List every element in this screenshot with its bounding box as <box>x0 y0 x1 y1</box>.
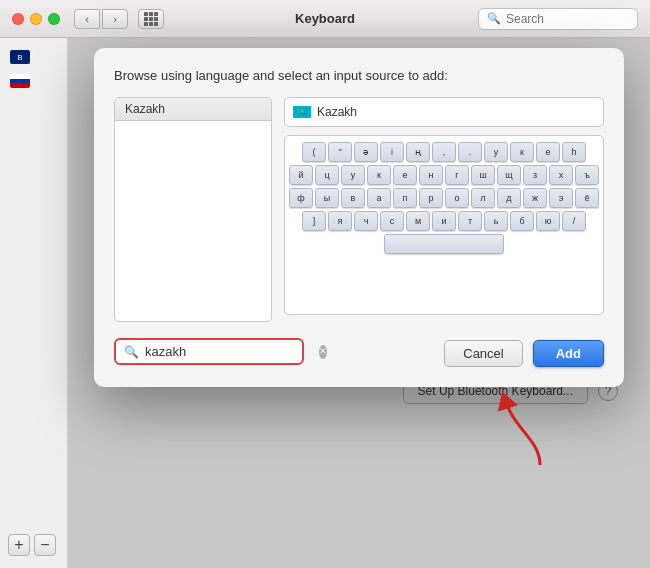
key-ch: ч <box>354 211 378 231</box>
key-period: . <box>458 142 482 162</box>
key-yo: ё <box>575 188 599 208</box>
modal-overlay: Browse using language and select an inpu… <box>68 38 650 568</box>
key-yu: ю <box>536 211 560 231</box>
key-j: й <box>289 165 313 185</box>
key-space <box>384 234 504 254</box>
key-kh: х <box>549 165 573 185</box>
key-shch: щ <box>497 165 521 185</box>
back-button[interactable]: ‹ <box>74 9 100 29</box>
key-z: з <box>523 165 547 185</box>
source-name-label: Kazakh <box>317 105 357 119</box>
key-soft: ь <box>484 211 508 231</box>
panel-area: Show input menu in menu bar Use the Caps… <box>68 38 650 568</box>
clear-search-button[interactable]: ✕ <box>319 345 327 359</box>
keyboard-row-4: ] я ч с м и т ь б ю <box>289 211 599 231</box>
key-a: а <box>367 188 391 208</box>
nav-buttons: ‹ › <box>74 9 128 29</box>
main-content: + − Show input menu in menu bar Use the … <box>0 38 650 568</box>
minimize-button[interactable] <box>30 13 42 25</box>
key-f-kaz: , <box>432 142 456 162</box>
key-b: б <box>510 211 534 231</box>
key-lparen: ( <box>302 142 326 162</box>
key-p: п <box>393 188 417 208</box>
action-buttons: Cancel Add <box>444 340 604 367</box>
keyboard-row-2: й ц у к е н г ш щ з <box>289 165 599 185</box>
grid-view-button[interactable] <box>138 9 164 29</box>
remove-input-button[interactable]: − <box>34 534 56 556</box>
key-k-kaz: к <box>510 142 534 162</box>
key-ya: я <box>328 211 352 231</box>
key-e2: э <box>549 188 573 208</box>
key-e-kaz: е <box>536 142 560 162</box>
key-ts: ц <box>315 165 339 185</box>
arrow-icon <box>495 390 555 470</box>
sidebar: + − <box>0 38 68 568</box>
key-i: и <box>432 211 456 231</box>
search-icon: 🔍 <box>487 12 501 25</box>
close-button[interactable] <box>12 13 24 25</box>
add-input-source-modal: Browse using language and select an inpu… <box>94 48 624 387</box>
arrow-annotation <box>495 390 555 473</box>
window-title: Keyboard <box>295 11 355 26</box>
traffic-lights <box>12 13 60 25</box>
key-s: с <box>380 211 404 231</box>
key-h: h <box>562 142 586 162</box>
sidebar-item-british[interactable] <box>4 46 63 68</box>
sidebar-bottom: + − <box>4 530 63 560</box>
kazakhstan-flag: 🇰🇿 <box>293 106 311 118</box>
key-d: д <box>497 188 521 208</box>
keyboard-layout: ( " ə і ң , . у к е <box>285 136 603 260</box>
key-schwa: ə <box>354 142 378 162</box>
key-k: к <box>367 165 391 185</box>
language-list-header: Kazakh <box>115 98 271 121</box>
key-u-kaz: у <box>484 142 508 162</box>
sidebar-item-russian[interactable] <box>4 70 63 92</box>
search-bar[interactable]: 🔍 <box>478 8 638 30</box>
titlebar: ‹ › Keyboard 🔍 <box>0 0 650 38</box>
language-list-body[interactable] <box>115 121 271 321</box>
keyboard-row-1: ( " ə і ң , . у к е <box>289 142 599 162</box>
key-l: л <box>471 188 495 208</box>
modal-bottom: 🔍 ✕ Cancel Add <box>114 336 604 367</box>
key-rbracket: ] <box>302 211 326 231</box>
key-sh: ш <box>471 165 495 185</box>
key-o: о <box>445 188 469 208</box>
language-list[interactable]: Kazakh <box>114 97 272 322</box>
search-input[interactable] <box>506 12 629 26</box>
key-u: у <box>341 165 365 185</box>
forward-button[interactable]: › <box>102 9 128 29</box>
key-zh: ж <box>523 188 547 208</box>
language-search-input[interactable] <box>145 344 313 359</box>
key-ng: ң <box>406 142 430 162</box>
key-hard: ъ <box>575 165 599 185</box>
search-icon-modal: 🔍 <box>124 345 139 359</box>
key-f3: ф <box>289 188 313 208</box>
key-e: е <box>393 165 417 185</box>
key-y: ы <box>315 188 339 208</box>
flag-russia <box>10 74 30 88</box>
key-quote: " <box>328 142 352 162</box>
keyboard-row-3: ф ы в а п р о л д ж <box>289 188 599 208</box>
key-m: м <box>406 211 430 231</box>
key-r: р <box>419 188 443 208</box>
cancel-button[interactable]: Cancel <box>444 340 522 367</box>
modal-instruction: Browse using language and select an inpu… <box>114 68 604 83</box>
keyboard-preview: ( " ə і ң , . у к е <box>284 135 604 315</box>
search-box[interactable]: 🔍 ✕ <box>114 338 304 365</box>
source-header: 🇰🇿 Kazakh <box>284 97 604 127</box>
grid-icon <box>144 12 158 26</box>
key-g: г <box>445 165 469 185</box>
keyboard-row-space <box>289 234 599 254</box>
key-n: н <box>419 165 443 185</box>
modal-columns: Kazakh 🇰🇿 Kazakh <box>114 97 604 322</box>
source-container: 🇰🇿 Kazakh ( " ə і ң <box>284 97 604 322</box>
key-slash: / <box>562 211 586 231</box>
key-i-kaz: і <box>380 142 404 162</box>
key-v: в <box>341 188 365 208</box>
fullscreen-button[interactable] <box>48 13 60 25</box>
add-button[interactable]: Add <box>533 340 604 367</box>
key-t: т <box>458 211 482 231</box>
flag-uk <box>10 50 30 64</box>
add-input-button[interactable]: + <box>8 534 30 556</box>
